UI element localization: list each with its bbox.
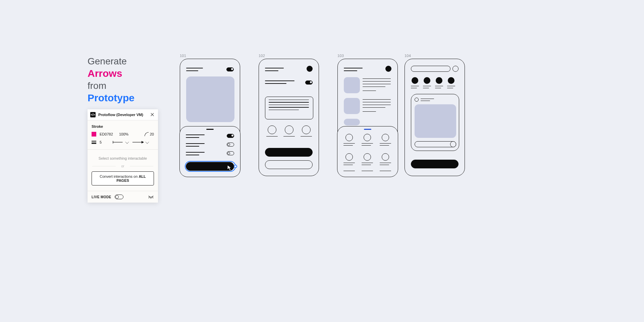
stroke-section-label: Stroke [88, 120, 158, 130]
wf-text-line [343, 145, 353, 146]
wf-thumb [344, 77, 360, 93]
wf-circle [268, 125, 276, 134]
plugin-panel: </> Protoflow (Developer VM) Stroke ED07… [88, 109, 158, 203]
wf-circle [364, 153, 371, 161]
wf-toggle [227, 134, 234, 138]
wf-circle [415, 98, 419, 102]
stroke-weight-icon [92, 141, 96, 144]
headline-line1: Generate [88, 55, 135, 67]
wf-text-line [421, 99, 434, 99]
wf-text-line [447, 86, 455, 86]
stroke-weight-input[interactable]: 5 [100, 140, 105, 144]
wf-text-line [186, 143, 205, 144]
wf-grabber [364, 129, 371, 130]
wf-text-line [344, 68, 363, 68]
headline-line4: Prototype [88, 92, 135, 104]
frame-101[interactable] [180, 59, 240, 176]
wf-text-line [362, 163, 373, 163]
wf-text-line [301, 136, 312, 137]
wf-bottom-sheet [337, 126, 398, 177]
selection-prompt: Select something interactable [88, 150, 158, 164]
wf-text-line [380, 143, 391, 144]
color-opacity-input[interactable]: 100% [119, 132, 130, 136]
wf-secondary-button [265, 160, 313, 169]
start-cap-dropdown[interactable] [112, 140, 128, 145]
live-mode-toggle[interactable] [115, 195, 123, 199]
chevron-down-icon [146, 140, 149, 144]
selection-handle[interactable] [234, 165, 237, 168]
stroke-style-row: 5 [88, 139, 158, 149]
frame-label-101[interactable]: 101 [180, 54, 186, 58]
wf-text-line [411, 88, 417, 88]
wf-avatar [424, 77, 430, 84]
color-swatch[interactable] [92, 132, 96, 137]
wf-text-line [363, 81, 391, 82]
wf-text-line [186, 146, 199, 147]
headline-line3: from [88, 80, 135, 92]
convert-all-pages-button[interactable]: Convert interactions on ALL PAGES [92, 171, 154, 185]
wf-text-line [380, 171, 391, 171]
frame-label-103[interactable]: 103 [337, 54, 344, 58]
frame-label-102[interactable]: 102 [259, 54, 265, 58]
wf-image-placeholder [186, 76, 234, 122]
wf-text-line [343, 143, 355, 144]
panel-header: </> Protoflow (Developer VM) [88, 109, 158, 120]
plugin-logo-icon: </> [90, 112, 96, 117]
wf-text-line [265, 70, 278, 71]
live-mode-row: LIVE MODE [88, 191, 158, 203]
wf-text-line [186, 135, 205, 135]
wf-text-box [265, 97, 313, 119]
wf-circle [285, 125, 293, 134]
wf-text-line [362, 171, 373, 171]
wf-circle [345, 134, 353, 141]
frame-103[interactable] [337, 59, 398, 176]
wf-bottom-sheet [179, 126, 240, 177]
wf-text-line [363, 84, 391, 84]
close-icon[interactable] [150, 112, 155, 117]
wf-text-line [447, 88, 453, 88]
wf-text-line [363, 111, 376, 112]
wf-text-line [363, 91, 376, 91]
wf-text-line [362, 145, 371, 146]
wf-toggle [226, 67, 234, 71]
wf-primary-button [411, 160, 459, 168]
chevron-down-icon [125, 140, 129, 144]
wf-circle [302, 125, 311, 134]
wf-text-line [186, 70, 198, 71]
wf-text-line [423, 86, 431, 86]
svg-line-4 [149, 197, 150, 198]
wf-text-line [380, 145, 389, 146]
wf-text-line [380, 163, 391, 163]
wf-grabber [206, 129, 214, 130]
wf-card [411, 94, 459, 151]
wf-text-line [343, 163, 355, 163]
wf-image-placeholder [415, 104, 456, 138]
wf-text-line [363, 102, 391, 102]
frame-label-104[interactable]: 104 [405, 54, 411, 58]
wf-toggle [227, 151, 234, 155]
wf-text-line [363, 87, 385, 87]
eye-closed-icon[interactable] [148, 195, 154, 199]
frame-102[interactable] [259, 59, 319, 176]
corner-radius-icon [145, 132, 149, 136]
wf-text-line [362, 143, 373, 144]
wf-text-line [186, 68, 203, 68]
wf-circle [382, 153, 389, 161]
wf-toggle [227, 143, 234, 147]
convert-button-prefix: Convert interactions on [100, 174, 139, 178]
wf-text-line [344, 70, 357, 71]
wf-text-line [265, 83, 286, 84]
end-cap-dropdown[interactable] [132, 140, 149, 145]
corner-radius-field[interactable]: 20 [145, 132, 154, 136]
wf-avatar [307, 66, 313, 72]
wf-text-line [363, 107, 385, 108]
frame-104[interactable] [405, 59, 465, 176]
wf-text-line [186, 155, 199, 155]
or-divider: or [88, 164, 158, 171]
wf-avatar [412, 77, 418, 84]
wf-toggle [305, 80, 313, 85]
color-hex-input[interactable]: ED0782 [100, 132, 116, 136]
corner-radius-value: 20 [150, 132, 154, 136]
stroke-color-row: ED0782 100% 20 [88, 130, 158, 139]
wf-avatar [448, 77, 454, 84]
